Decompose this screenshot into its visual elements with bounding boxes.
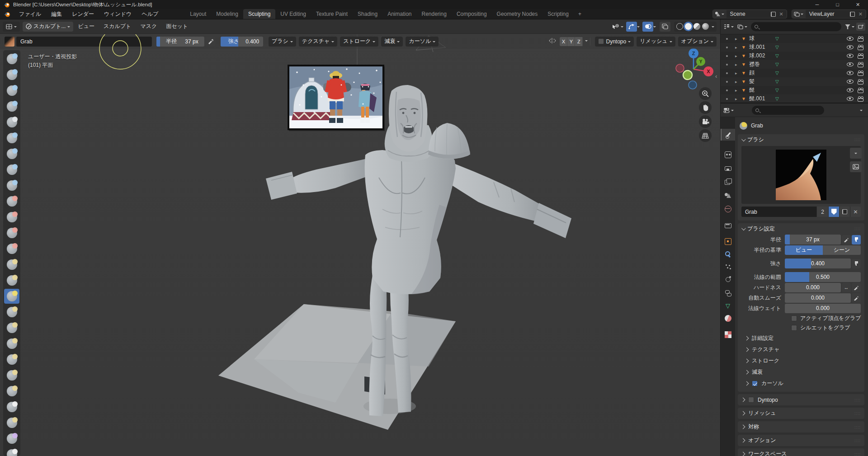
tab-layout[interactable]: Layout — [185, 9, 211, 19]
blender-menu-icon[interactable] — [4, 11, 10, 17]
new-viewlayer-icon[interactable] — [850, 12, 855, 17]
mirror-options-dropdown[interactable] — [583, 37, 590, 46]
mirror-y-button[interactable]: Y — [567, 37, 575, 46]
filter-icon[interactable] — [845, 24, 850, 29]
stroke-dropdown[interactable]: ストローク — [340, 37, 378, 47]
active-brush-thumbnail[interactable] — [5, 37, 14, 47]
panel-grip-icon[interactable]: :::: — [854, 452, 861, 456]
panel-grip-icon[interactable]: :::: — [854, 438, 861, 443]
sculpt-tool-simplify[interactable] — [4, 447, 19, 456]
sculpt-tool-nudge[interactable] — [4, 368, 19, 383]
tab-texture-paint[interactable]: Texture Paint — [311, 9, 353, 19]
hide-in-viewport-icon[interactable] — [847, 88, 854, 92]
gizmo-neg-z[interactable] — [689, 81, 697, 89]
stroke-subsection[interactable]: ストローク — [738, 355, 864, 367]
sculpt-tool-grab[interactable] — [4, 289, 19, 304]
strength-slider-prop[interactable]: 0.400 — [785, 259, 851, 268]
properties-search-input[interactable] — [752, 106, 824, 115]
zoom-button[interactable] — [699, 87, 712, 100]
sculpt-tool-rotate[interactable] — [4, 384, 19, 399]
dyntopo-panel-checkbox[interactable] — [748, 397, 754, 403]
options-dropdown[interactable]: オプション — [678, 37, 717, 47]
new-collection-button[interactable] — [856, 23, 865, 31]
floor-plane[interactable] — [218, 304, 456, 430]
symmetry-panel[interactable]: 対称 :::: — [738, 421, 864, 432]
expand-icon[interactable]: ▸ — [735, 62, 741, 67]
tab-collection[interactable] — [721, 219, 735, 231]
object-name[interactable]: 髭 — [749, 86, 775, 94]
minimize-button[interactable]: ─ — [807, 0, 827, 9]
disable-in-render-icon[interactable] — [858, 38, 863, 42]
overlays-toggle[interactable] — [642, 22, 653, 32]
editor-type-selector[interactable] — [3, 22, 20, 32]
grab-silhouette-checkbox[interactable] — [791, 325, 797, 331]
menu-render[interactable]: レンダー — [67, 9, 99, 19]
grab-silhouette-row[interactable]: シルエットをグラブ — [791, 323, 864, 333]
panel-grip-icon[interactable]: :::: — [854, 411, 861, 416]
sculpt-tool-slide-relax[interactable] — [4, 400, 19, 414]
object-name[interactable]: 髪 — [749, 78, 775, 85]
sculpt-tool-clay-thumb[interactable] — [4, 115, 19, 130]
dyntopo-panel[interactable]: Dyntopo :::: — [738, 394, 864, 405]
shading-rendered-button[interactable] — [702, 23, 709, 30]
sculpt-tool-boundary[interactable] — [4, 415, 19, 430]
radius-unit-scene-button[interactable]: シーン — [823, 245, 861, 255]
mode-selector[interactable]: スカルプト... — [23, 22, 73, 32]
radius-unit-view-button[interactable]: ビュー — [785, 245, 823, 255]
menu-mask[interactable]: マスク — [136, 23, 161, 30]
menu-help[interactable]: ヘルプ — [137, 9, 163, 19]
close-button[interactable]: ✕ — [848, 0, 868, 9]
tab-render[interactable] — [721, 149, 735, 160]
hardness-pressure-icon[interactable] — [852, 283, 861, 292]
outliner-row-beard-001[interactable]: ▸ ▼ 髭.001 ▽ — [721, 94, 868, 103]
tab-physics[interactable] — [721, 273, 735, 285]
remove-viewlayer-icon[interactable]: ✕ — [858, 11, 866, 17]
reference-image[interactable] — [288, 65, 384, 130]
tab-modeling[interactable]: Modeling — [211, 9, 243, 19]
properties-options-dropdown[interactable] — [860, 110, 863, 113]
outliner-row-beard[interactable]: ▸ ▼ 髭 ▽ — [721, 86, 868, 94]
outliner-row-face[interactable]: ▸ ▼ 顔 ▽ — [721, 69, 868, 77]
tab-scene[interactable] — [721, 189, 735, 201]
expand-icon[interactable]: ▸ — [735, 71, 741, 75]
menu-edit[interactable]: 編集 — [46, 9, 67, 19]
workspace-panel[interactable]: ワークスペース :::: — [738, 448, 864, 456]
outliner-row-sphere[interactable]: ▸ ▼ 球 ▽ — [721, 34, 868, 43]
dyntopo-checkbox[interactable] — [598, 38, 604, 44]
unlink-scene-icon[interactable]: ✕ — [778, 11, 787, 17]
tab-tool[interactable] — [721, 129, 735, 141]
disable-in-render-icon[interactable] — [858, 55, 863, 59]
tab-output[interactable] — [721, 162, 735, 174]
sculpt-tool-inflate[interactable] — [4, 146, 19, 161]
cursor-checkbox[interactable] — [752, 381, 758, 386]
expand-icon[interactable]: ▸ — [735, 80, 741, 84]
panel-grip-icon[interactable]: :::: — [854, 425, 861, 429]
menu-sculpt[interactable]: スカルプト — [99, 23, 136, 30]
hide-in-viewport-icon[interactable] — [847, 37, 854, 41]
tab-animation[interactable]: Animation — [382, 9, 416, 19]
sculpt-tool-elastic-deform[interactable] — [4, 305, 19, 320]
viewlayer-selector[interactable]: ViewLayer ✕ — [792, 9, 866, 19]
tab-scripting[interactable]: Scripting — [542, 9, 574, 19]
sculpt-tool-pose[interactable] — [4, 352, 19, 367]
scene-selector[interactable]: Scene ✕ — [712, 9, 787, 19]
tab-rendering[interactable]: Rendering — [417, 9, 452, 19]
disable-in-render-icon[interactable] — [858, 72, 863, 76]
viewport-3d[interactable]: スカルプト... ビュー スカルプト マスク 面セット — [0, 19, 720, 456]
outliner-editor-selector[interactable] — [723, 24, 734, 29]
mirror-x-button[interactable]: X — [560, 37, 567, 46]
tab-geometry-nodes[interactable]: Geometry Nodes — [492, 9, 543, 19]
shoulder-dome[interactable] — [428, 123, 470, 159]
disable-in-render-icon[interactable] — [858, 47, 863, 50]
disable-in-render-icon[interactable] — [858, 89, 863, 93]
mirror-z-button[interactable]: Z — [575, 37, 583, 46]
radius-falloff-icon[interactable] — [842, 235, 851, 244]
unlink-brush-button[interactable]: ✕ — [850, 207, 861, 217]
show-object-types-dropdown[interactable] — [610, 22, 621, 32]
shading-wireframe-button[interactable] — [676, 23, 683, 30]
sculpt-tool-snake-hook[interactable] — [4, 320, 19, 335]
options-panel[interactable]: オプション :::: — [738, 435, 864, 446]
brush-preset-dropdown[interactable] — [850, 148, 862, 159]
brush-preview-image[interactable] — [776, 150, 826, 200]
gizmo-neg-y[interactable] — [683, 71, 692, 80]
